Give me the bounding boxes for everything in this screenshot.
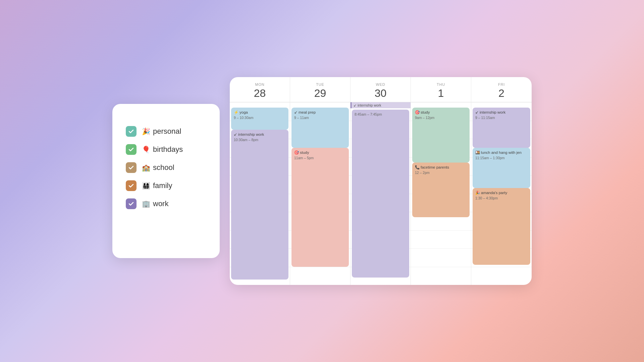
sidebar-item-work[interactable]: 🏢 work [126, 198, 206, 209]
event-title: 🎯 study [415, 110, 467, 115]
sidebar-item-school[interactable]: 🏫 school [126, 162, 206, 173]
event-title: ↙ meal prep [294, 110, 346, 115]
event-emoji: 🎯 [415, 110, 420, 115]
label-text-school: school [153, 163, 174, 172]
day-header-tue: TUE 29 [290, 77, 351, 102]
emoji-birthdays: 🎈 [142, 145, 150, 154]
banner-icon: ↙ [354, 103, 357, 107]
day-name: THU [411, 82, 471, 86]
event-time: 11:15am – 1:30pm [475, 156, 528, 161]
calendar-body: ⚡ yoga 9 – 10:30am ↙ internship work 10:… [230, 102, 532, 285]
event-time: 11am – 5pm [294, 156, 346, 161]
day-header-fri: FRI 2 [471, 77, 532, 102]
event-mon-0[interactable]: ⚡ yoga 9 – 10:30am [231, 108, 288, 129]
sidebar-item-personal[interactable]: 🎉 personal [126, 126, 206, 137]
event-mon-1[interactable]: ↙ internship work 10:30am – 8pm [231, 130, 288, 280]
event-name: facetime parents [421, 165, 449, 170]
event-title: 🍱 lunch and hang with jen [475, 150, 528, 155]
calendar-label-school: 🏫 school [142, 163, 174, 172]
label-text-personal: personal [153, 127, 181, 136]
event-name: internship work [238, 132, 264, 137]
event-fri-1[interactable]: 🍱 lunch and hang with jen 11:15am – 1:30… [473, 148, 530, 188]
event-time: 9 – 11am [294, 115, 346, 120]
event-wed-internship[interactable]: 8:45am – 7:45pm [352, 110, 409, 278]
event-fri-0[interactable]: ↙ internship work 9 – 11:15am [473, 108, 530, 148]
event-emoji: ↙ [234, 132, 237, 137]
event-title: ⚡ yoga [234, 110, 286, 115]
day-column-wed: ↙internship work8:45am – 7:45pm [351, 102, 411, 285]
label-text-work: work [153, 199, 168, 208]
event-name: amanda's party [481, 190, 507, 195]
calendar-panel: MON 28 TUE 29 WED 30 THU 1 FRI 2 ⚡ yoga … [230, 77, 532, 285]
checkbox-personal[interactable] [126, 126, 137, 137]
event-emoji: 🎯 [294, 150, 299, 155]
emoji-school: 🏫 [142, 164, 150, 172]
day-number: 1 [411, 88, 471, 99]
event-emoji: ↙ [294, 110, 298, 115]
event-time: 8:45am – 7:45pm [355, 112, 407, 117]
day-column-mon: ⚡ yoga 9 – 10:30am ↙ internship work 10:… [230, 102, 290, 285]
event-time: 10:30am – 8pm [234, 137, 286, 142]
event-name: study [300, 150, 309, 155]
event-title: ↙ internship work [475, 110, 528, 115]
day-name: TUE [290, 82, 350, 86]
day-header-thu: THU 1 [411, 77, 471, 102]
event-name: yoga [239, 110, 248, 115]
event-emoji: ⚡ [234, 110, 238, 115]
event-tue-1[interactable]: 🎯 study 11am – 5pm [291, 148, 349, 266]
event-time: 1:30 – 4:30pm [475, 196, 528, 201]
event-time: 9am – 12pm [415, 115, 467, 120]
checkbox-work[interactable] [126, 198, 137, 209]
checkbox-birthdays[interactable] [126, 144, 137, 155]
event-thu-1[interactable]: 📞 facetime parents 12 – 2pm [412, 163, 470, 218]
checkbox-school[interactable] [126, 162, 137, 173]
day-column-fri: ↙ internship work 9 – 11:15am 🍱 lunch an… [471, 102, 532, 285]
event-title: 🎉 amanda's party [475, 190, 528, 195]
checkbox-family[interactable] [126, 180, 137, 191]
event-time: 12 – 2pm [415, 170, 467, 175]
day-name: MON [230, 82, 290, 86]
calendar-label-personal: 🎉 personal [142, 127, 181, 136]
event-emoji: 📞 [415, 165, 420, 170]
event-thu-0[interactable]: 🎯 study 9am – 12pm [412, 108, 470, 163]
event-name: study [421, 110, 430, 115]
day-number: 28 [230, 88, 290, 99]
day-number: 30 [351, 88, 411, 99]
event-emoji: 🎉 [475, 190, 480, 195]
day-name: WED [351, 82, 411, 86]
day-header-wed: WED 30 [351, 77, 411, 102]
emoji-work: 🏢 [142, 200, 150, 208]
label-text-family: family [153, 181, 172, 190]
emoji-family: 👨‍👩‍👧‍👦 [142, 182, 150, 190]
emoji-personal: 🎉 [142, 127, 150, 135]
calendar-header: MON 28 TUE 29 WED 30 THU 1 FRI 2 [230, 77, 532, 102]
event-name: internship work [480, 110, 505, 115]
sidebar: 🎉 personal 🎈 birthdays 🏫 school [112, 104, 220, 258]
event-title: 🎯 study [294, 150, 346, 155]
banner-title: internship work [358, 103, 381, 107]
event-name: meal prep [299, 110, 316, 115]
day-header-mon: MON 28 [230, 77, 290, 102]
label-text-birthdays: birthdays [153, 145, 183, 154]
day-name: FRI [471, 82, 532, 86]
day-number: 2 [471, 88, 532, 99]
calendar-label-family: 👨‍👩‍👧‍👦 family [142, 181, 172, 190]
event-time: 9 – 11:15am [475, 115, 528, 120]
event-emoji: ↙ [475, 110, 479, 115]
day-column-tue: ↙ meal prep 9 – 11am 🎯 study 11am – 5pm [290, 102, 351, 285]
calendar-label-work: 🏢 work [142, 199, 168, 208]
event-time: 9 – 10:30am [234, 115, 286, 120]
banner-event-wed[interactable]: ↙internship work [351, 102, 411, 108]
sidebar-item-family[interactable]: 👨‍👩‍👧‍👦 family [126, 180, 206, 191]
event-fri-2[interactable]: 🎉 amanda's party 1:30 – 4:30pm [473, 188, 530, 265]
event-tue-0[interactable]: ↙ meal prep 9 – 11am [291, 108, 349, 148]
event-emoji: 🍱 [475, 150, 480, 155]
calendar-label-birthdays: 🎈 birthdays [142, 145, 183, 154]
day-number: 29 [290, 88, 350, 99]
event-title: 📞 facetime parents [415, 165, 467, 170]
day-column-thu: 🎯 study 9am – 12pm 📞 facetime parents 12… [411, 102, 471, 285]
event-name: lunch and hang with jen [481, 150, 522, 155]
sidebar-item-birthdays[interactable]: 🎈 birthdays [126, 144, 206, 155]
event-title: ↙ internship work [234, 132, 286, 137]
